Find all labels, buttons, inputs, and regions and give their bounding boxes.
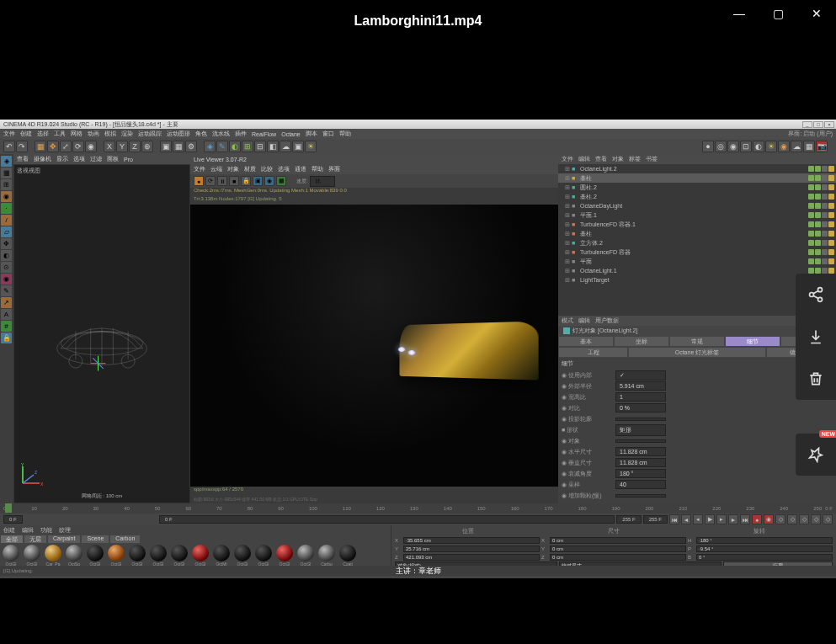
light-icon[interactable]: ☀ <box>305 141 317 152</box>
attr-value-field[interactable]: 180 ° <box>615 469 666 478</box>
material-ball[interactable]: OctGl <box>22 545 42 568</box>
material-ball[interactable]: OctGl <box>296 545 316 568</box>
c4d-max-icon[interactable]: □ <box>813 121 823 128</box>
attr-value-field[interactable]: 11.828 cm <box>615 447 666 456</box>
key-rot-icon[interactable]: ◇ <box>799 514 809 524</box>
viewport-solo-icon[interactable]: ◐ <box>1 250 12 261</box>
environment-icon[interactable]: ☁ <box>280 141 291 152</box>
layout-selector[interactable]: 界面: 启动 (用户) <box>788 130 833 138</box>
menu-item[interactable]: RealFlow <box>252 131 276 137</box>
pos-z-field[interactable]: 421.093 cm <box>403 554 540 561</box>
enable-axis-icon[interactable]: ✥ <box>1 238 12 249</box>
pos-y-field[interactable]: 25.716 cm <box>403 546 540 552</box>
move-icon[interactable]: ✥ <box>47 141 59 152</box>
key-param-icon[interactable]: ◇ <box>823 514 833 524</box>
pos-x-field[interactable]: ·35.655 cm <box>403 537 540 544</box>
menu-item[interactable]: Octane <box>281 131 301 137</box>
deformer-icon[interactable]: ◧ <box>267 141 279 152</box>
timeline-ruler[interactable]: 0102030405060708090100110120130140150160… <box>0 503 836 514</box>
mat-layer-tab[interactable]: Scene <box>82 535 109 543</box>
menu-item[interactable]: 运动跟踪 <box>138 130 162 138</box>
attr-tab-basic[interactable]: 基本 <box>558 336 614 347</box>
menu-item[interactable]: 工具 <box>54 130 66 138</box>
mat-layer-tab[interactable]: Carpaint <box>48 535 80 543</box>
key-pla-icon[interactable]: ◇ <box>811 514 821 524</box>
play-icon[interactable]: ▶ <box>705 514 715 524</box>
material-ball[interactable]: Coati <box>338 545 358 568</box>
mat-menu-item[interactable]: 功能 <box>38 526 55 534</box>
attr-value-field[interactable]: 5.914 cm <box>615 381 666 391</box>
attr-value-field[interactable] <box>615 494 666 498</box>
lv-menu-item[interactable]: 材质 <box>244 165 256 173</box>
vp-tab[interactable]: 摄像机 <box>34 155 51 163</box>
oct-tex-icon[interactable]: ▦ <box>803 141 815 152</box>
lv-region-icon[interactable]: ▣ <box>253 176 263 186</box>
vp-tab[interactable]: 选项 <box>73 155 85 163</box>
cube-icon[interactable]: ◈ <box>204 141 216 152</box>
menu-item[interactable]: 插件 <box>235 130 247 138</box>
mat-menu-item[interactable]: 创建 <box>1 526 18 534</box>
mat-menu-item[interactable]: 纹理 <box>56 526 73 534</box>
pen-icon[interactable]: ✎ <box>216 141 228 152</box>
menu-item[interactable]: 脚本 <box>306 130 317 138</box>
autokey-icon[interactable]: ◉ <box>764 514 774 524</box>
attr-edit-tab[interactable]: 编辑 <box>578 317 590 325</box>
menu-item[interactable]: 窗口 <box>322 130 334 138</box>
point-mode-icon[interactable]: · <box>1 203 12 214</box>
render-settings-icon[interactable]: ⚙ <box>185 141 197 152</box>
lv-start-icon[interactable]: ● <box>194 176 204 186</box>
om-tab[interactable]: 标签 <box>629 155 641 163</box>
menu-item[interactable]: 流水线 <box>212 130 230 138</box>
lv-menu-item[interactable]: 对象 <box>227 165 239 173</box>
vp-tab[interactable]: Pro <box>124 157 133 162</box>
c4d-min-icon[interactable]: _ <box>802 121 812 128</box>
tree-row[interactable]: ⊞■TurbulenceFD 容器 <box>558 247 836 257</box>
tree-row[interactable]: ⊞■OctaneLight.2 <box>558 164 836 173</box>
rot-h-field[interactable]: ·180 ° <box>696 537 833 544</box>
tree-row[interactable]: ⊞■基柱.2 <box>558 192 836 201</box>
oct-render-icon[interactable]: ◎ <box>715 141 727 152</box>
lv-menu-item[interactable]: 界面 <box>328 165 340 173</box>
oct-camera-icon[interactable]: 📷 <box>816 141 828 152</box>
menu-item[interactable]: 动画 <box>88 130 99 138</box>
perspective-viewport[interactable]: 透视视图 <box>13 164 190 503</box>
world-icon[interactable]: ⊕ <box>141 141 153 152</box>
undo-icon[interactable]: ↶ <box>3 141 15 152</box>
mat-layer-tab[interactable]: 全部 <box>1 535 23 543</box>
attr-value-field[interactable] <box>615 439 666 443</box>
rot-p-field[interactable]: ·9.54 ° <box>696 546 833 552</box>
minimize-button[interactable]: — <box>720 0 759 27</box>
oct-sun-icon[interactable]: ☀ <box>765 141 777 152</box>
vp-tab[interactable]: 面板 <box>107 155 119 163</box>
vp-tab[interactable]: 显示 <box>56 155 68 163</box>
lv-menu-item[interactable]: 帮助 <box>312 165 323 173</box>
time-slider[interactable]: 0 F <box>159 515 615 524</box>
material-ball[interactable]: OctGl <box>190 545 210 568</box>
timeline-playhead[interactable] <box>5 503 12 513</box>
naming-icon[interactable]: A <box>1 309 12 320</box>
attr-value-field[interactable]: 矩形 <box>615 424 666 436</box>
normal-icon[interactable]: ↗ <box>1 297 12 308</box>
attr-value-field[interactable]: 0 % <box>615 403 666 412</box>
mat-layer-tab[interactable]: 无层 <box>24 535 46 543</box>
render-region-icon[interactable]: ▦ <box>173 141 184 152</box>
array-icon[interactable]: ⊟ <box>254 141 266 152</box>
next-key-icon[interactable]: ► <box>728 514 738 524</box>
attr-mode-tab[interactable]: 模式 <box>562 317 573 325</box>
lv-menu-item[interactable]: 云端 <box>210 165 222 173</box>
c4d-close-icon[interactable]: × <box>824 121 834 128</box>
time-start-field[interactable]: 0 F <box>3 515 23 524</box>
subd-icon[interactable]: ⊞ <box>242 141 253 152</box>
snap-icon[interactable]: ⊙ <box>1 262 12 273</box>
key-scale-icon[interactable]: ◇ <box>787 514 797 524</box>
texture-mode-icon[interactable]: ▦ <box>1 168 12 178</box>
om-tab[interactable]: 书签 <box>646 155 658 163</box>
tree-row[interactable]: ⊞■圆柱.2 <box>558 183 836 192</box>
x-icon[interactable]: X <box>104 141 115 152</box>
attr-value-field[interactable] <box>615 418 666 421</box>
tweak-icon[interactable]: ✎ <box>1 285 12 296</box>
size-z-field[interactable]: 0 cm <box>550 554 686 561</box>
menu-item[interactable]: 创建 <box>20 130 32 138</box>
lv-menu-item[interactable]: 比较 <box>261 165 273 173</box>
menu-item[interactable]: 渲染 <box>121 130 133 138</box>
